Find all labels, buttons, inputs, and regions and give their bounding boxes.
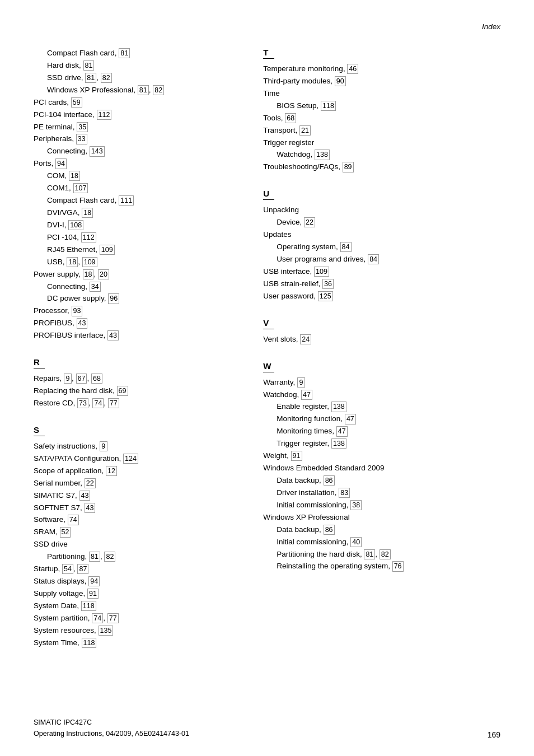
index-entry: Weight, 91 [263, 450, 500, 462]
index-entry: Driver installation, 83 [263, 487, 500, 499]
footer-doc: Operating Instructions, 04/2009, A5E0241… [34, 728, 189, 739]
page-ref-box: 43 [77, 318, 88, 328]
page-ref-box: 143 [90, 146, 105, 156]
page-ref-box: 59 [71, 97, 82, 108]
index-entry: Repairs, 9, 67, 68 [34, 373, 246, 385]
index-entry: Ports, 94 [34, 158, 246, 170]
index-entry: Partitioning, 81, 82 [34, 551, 246, 563]
index-entry: DVI/VGA, 18 [34, 207, 246, 219]
page-ref-box: 90 [335, 76, 346, 86]
page-ref-box: 24 [300, 334, 311, 344]
page-ref-box: 22 [85, 478, 96, 488]
page-ref-box: 112 [81, 232, 96, 242]
page-header: Index [34, 22, 500, 31]
col-left: Compact Flash card, 81Hard disk, 81SSD d… [34, 48, 257, 665]
page-ref-box: 68 [91, 374, 102, 384]
page-ref-box: 73 [77, 398, 88, 408]
footer-product: SIMATIC IPC427C [34, 717, 189, 728]
index-entry: Initial commissioning, 40 [263, 536, 500, 548]
col-right: T Temperature monitoring, 46Third-party … [257, 48, 500, 665]
page-ref-box: 74 [92, 398, 104, 408]
index-entry: Software, 74 [34, 514, 246, 526]
page-ref-box: 21 [299, 125, 311, 136]
index-entry: Watchdog, 47 [263, 389, 500, 401]
page-ref-box: 40 [350, 537, 362, 547]
index-entry: Enable register, 138 [263, 401, 500, 413]
index-entry: RJ45 Ethernet, 109 [34, 244, 246, 256]
section-letter-s: S [34, 425, 45, 436]
page-ref-box: 109 [100, 245, 115, 255]
page-ref-box: 87 [77, 564, 88, 574]
page-ref-box: 22 [304, 217, 315, 227]
page-ref-box: 112 [97, 110, 112, 120]
page-ref-box: 20 [98, 269, 109, 279]
page-ref-box: 77 [107, 613, 119, 623]
index-entry: USB, 18, 109 [34, 256, 246, 268]
page-ref-box: 118 [82, 638, 97, 648]
page-ref-box: 107 [73, 183, 88, 193]
page-ref-box: 81 [119, 48, 130, 58]
index-entry: Transport, 21 [263, 125, 500, 137]
index-entry: System Date, 118 [34, 600, 246, 612]
section-letter-w: W [263, 361, 274, 372]
index-entry: Power supply, 18, 20 [34, 269, 246, 281]
index-entry: Scope of application, 12 [34, 465, 246, 477]
page-ref-box: 47 [345, 414, 356, 424]
page-ref-box: 18 [67, 257, 78, 267]
page-ref-box: 76 [392, 561, 404, 571]
index-entry: COM, 18 [34, 170, 246, 182]
index-entry: PROFIBUS interface, 43 [34, 330, 246, 342]
page-ref-box: 54 [62, 564, 73, 574]
index-entry: Peripherals, 33 [34, 133, 246, 145]
index-entry: Operating system, 84 [263, 241, 500, 253]
index-entry: Processor, 93 [34, 305, 246, 317]
index-entry: Supply voltage, 91 [34, 588, 246, 600]
page-ref-box: 86 [324, 475, 335, 486]
index-entry: Data backup, 86 [263, 524, 500, 536]
index-entry: Monitoring function, 47 [263, 413, 500, 425]
page-ref-box: 77 [108, 398, 119, 408]
index-entry: Troubleshooting/FAQs, 89 [263, 161, 500, 173]
page-ref-box: 82 [101, 73, 112, 83]
page-ref-box: 83 [339, 488, 350, 498]
page-ref-box: 135 [99, 626, 114, 636]
index-entry: PCI -104, 112 [34, 232, 246, 244]
index-entry: Device, 22 [263, 217, 500, 228]
index-entry: User password, 125 [263, 291, 500, 302]
index-entry: System resources, 135 [34, 625, 246, 637]
index-entry: Replacing the hard disk, 69 [34, 385, 246, 397]
page-ref-box: 33 [76, 134, 87, 144]
index-entry: DVI-I, 108 [34, 220, 246, 231]
index-entry: SATA/PATA Configuration, 124 [34, 453, 246, 465]
page-ref-box: 96 [108, 293, 119, 304]
index-entry: Restore CD, 73, 74, 77 [34, 398, 246, 409]
index-entry: System partition, 74, 77 [34, 613, 246, 624]
section-letter-r: R [34, 357, 45, 368]
section-r: R Repairs, 9, 67, 68Replacing the hard d… [34, 357, 246, 409]
page-ref-box: 124 [123, 454, 138, 464]
index-entry: Vent slots, 24 [263, 334, 500, 346]
index-entry: Data backup, 86 [263, 475, 500, 487]
index-entry: Startup, 54, 87 [34, 563, 246, 575]
index-entry: Windows XP Professional [263, 512, 500, 524]
index-entry: Warranty, 9 [263, 377, 500, 389]
page-ref-box: 9 [297, 377, 305, 388]
index-entry: User programs and drives, 84 [263, 254, 500, 265]
index-entry: USB interface, 109 [263, 266, 500, 278]
index-entry: Time [263, 88, 500, 100]
index-entry: COM1, 107 [34, 183, 246, 194]
index-entry: BIOS Setup, 118 [263, 100, 500, 112]
page-ref-box: 34 [90, 282, 101, 292]
section-top: Compact Flash card, 81Hard disk, 81SSD d… [34, 48, 246, 342]
page-ref-box: 94 [55, 158, 67, 169]
page-ref-box: 43 [85, 503, 96, 513]
page-ref-box: 52 [60, 527, 71, 537]
section-letter-u: U [263, 189, 274, 200]
page-ref-box: 84 [340, 242, 352, 252]
index-entry: Status displays, 94 [34, 576, 246, 587]
page-ref-box: 9 [64, 374, 72, 384]
index-entry: PROFIBUS, 43 [34, 318, 246, 329]
index-entry: Compact Flash card, 111 [34, 195, 246, 207]
page-ref-box: 74 [92, 613, 103, 623]
page-ref-box: 84 [368, 254, 379, 264]
